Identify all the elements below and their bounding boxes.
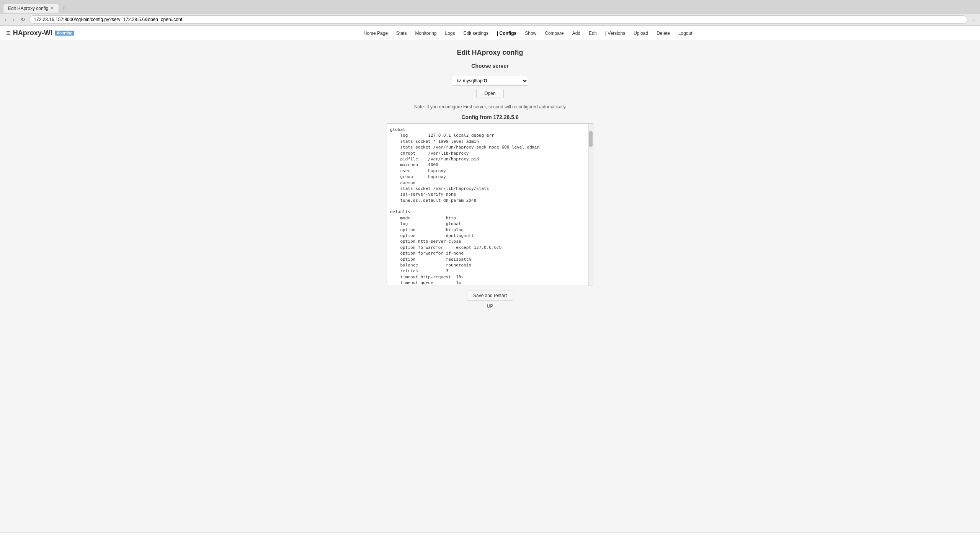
footer-nav-stats[interactable]: Stats bbox=[354, 534, 372, 536]
browser-actions: ··· bbox=[970, 16, 977, 23]
footer-nav-edit-settings[interactable]: Edit settings bbox=[421, 534, 454, 536]
url-input[interactable] bbox=[29, 15, 967, 24]
logo-badge: Aborting bbox=[55, 31, 75, 36]
up-link[interactable]: UP bbox=[487, 304, 493, 309]
main-content: Edit HAproxy config Choose server kz-mys… bbox=[0, 41, 980, 532]
main-nav: Home Page Stats Monitoring Logs Edit set… bbox=[82, 28, 974, 39]
nav-monitoring[interactable]: Monitoring bbox=[411, 28, 440, 39]
new-tab-button[interactable]: + bbox=[59, 3, 69, 13]
active-tab[interactable]: Edit HAproxy config ✕ bbox=[3, 4, 59, 13]
footer-nav-home-page[interactable]: Home Page bbox=[322, 534, 354, 536]
footer-nav-configs[interactable]: | Configs bbox=[455, 534, 482, 536]
config-editor-container bbox=[387, 123, 593, 286]
more-options-button[interactable]: ··· bbox=[970, 16, 977, 23]
refresh-button[interactable]: ↻ bbox=[19, 16, 27, 23]
forward-button[interactable]: › bbox=[11, 16, 17, 23]
save-restart-button[interactable]: Save and restart bbox=[467, 291, 513, 301]
app-footer: Home Page Stats Monitoring Logs Edit set… bbox=[0, 532, 980, 536]
nav-stats[interactable]: Stats bbox=[392, 28, 410, 39]
footer-nav-compare[interactable]: Compare bbox=[503, 534, 529, 536]
tab-title: Edit HAproxy config bbox=[8, 6, 48, 11]
nav-versions[interactable]: | Versions bbox=[601, 28, 629, 39]
nav-add[interactable]: Add bbox=[568, 28, 584, 39]
logo-text: HAproxy-WI bbox=[13, 29, 52, 37]
tab-close-icon[interactable]: ✕ bbox=[51, 6, 54, 11]
address-bar: ‹ › ↻ ··· bbox=[0, 14, 980, 25]
nav-logs[interactable]: Logs bbox=[441, 28, 459, 39]
footer-nav-show[interactable]: Show bbox=[483, 534, 502, 536]
footer-nav-versions[interactable]: | Versions bbox=[564, 534, 591, 536]
nav-home-page[interactable]: Home Page bbox=[360, 28, 392, 39]
page-title: Edit HAproxy config bbox=[457, 49, 523, 57]
scrollbar-thumb[interactable] bbox=[589, 131, 593, 147]
footer-nav: Home Page Stats Monitoring Logs Edit set… bbox=[322, 534, 658, 536]
config-editor[interactable] bbox=[387, 124, 593, 284]
choose-server-label: Choose server bbox=[471, 63, 508, 69]
open-button[interactable]: Open bbox=[476, 89, 503, 98]
nav-logout[interactable]: Logout bbox=[675, 28, 696, 39]
logo-icon: ≡ bbox=[6, 29, 11, 38]
footer-nav-delete[interactable]: Delete bbox=[615, 534, 636, 536]
note-text: Note: If you reconfigure First server, s… bbox=[414, 104, 566, 109]
footer-nav-monitoring[interactable]: Monitoring bbox=[373, 534, 402, 536]
nav-edit-settings[interactable]: Edit settings bbox=[460, 28, 492, 39]
app-header: ≡ HAproxy-WI Aborting Home Page Stats Mo… bbox=[0, 26, 980, 41]
footer-nav-add[interactable]: Add bbox=[530, 534, 546, 536]
nav-edit[interactable]: Edit bbox=[585, 28, 601, 39]
back-button[interactable]: ‹ bbox=[3, 16, 9, 23]
config-from-title: Config from 172.28.5.6 bbox=[461, 114, 518, 120]
nav-delete[interactable]: Delete bbox=[653, 28, 674, 39]
nav-show[interactable]: Show bbox=[521, 28, 540, 39]
scrollbar[interactable] bbox=[588, 124, 593, 286]
server-selector: Choose server kz-mysqlhap01 Open bbox=[452, 63, 528, 98]
server-select[interactable]: kz-mysqlhap01 bbox=[452, 76, 528, 86]
footer-nav-logs[interactable]: Logs bbox=[403, 534, 421, 536]
browser-chrome: Edit HAproxy config ✕ + ‹ › ↻ ··· bbox=[0, 0, 980, 26]
app-logo: ≡ HAproxy-WI Aborting bbox=[6, 29, 74, 38]
nav-configs[interactable]: | Configs bbox=[493, 28, 520, 39]
nav-compare[interactable]: Compare bbox=[541, 28, 567, 39]
footer-nav-logout[interactable]: Logout bbox=[637, 534, 658, 536]
nav-upload[interactable]: Upload bbox=[630, 28, 652, 39]
footer-nav-upload[interactable]: Upload bbox=[592, 534, 614, 536]
tab-bar: Edit HAproxy config ✕ + bbox=[0, 0, 980, 14]
footer-nav-edit[interactable]: Edit bbox=[547, 534, 563, 536]
